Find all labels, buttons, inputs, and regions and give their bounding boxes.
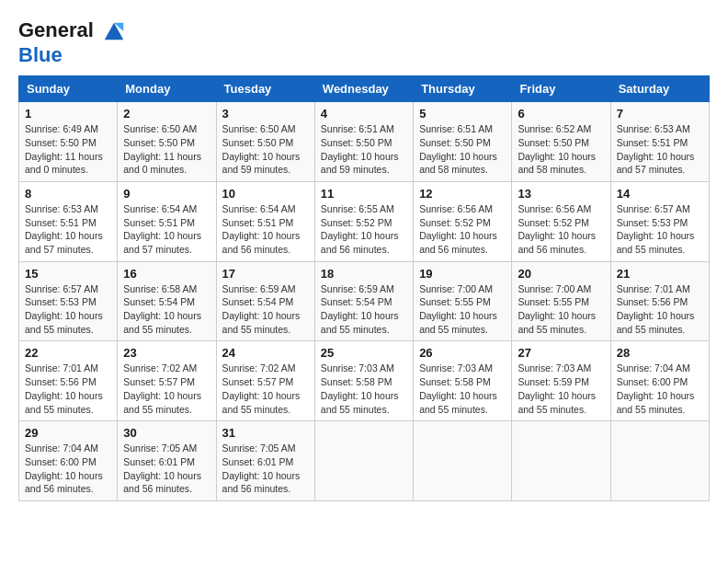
day-number: 10 bbox=[222, 187, 309, 201]
day-info: Sunrise: 6:50 AM Sunset: 5:50 PM Dayligh… bbox=[222, 122, 309, 177]
day-info: Sunrise: 6:54 AM Sunset: 5:51 PM Dayligh… bbox=[222, 202, 309, 257]
weekday-header-row: SundayMondayTuesdayWednesdayThursdayFrid… bbox=[19, 76, 710, 102]
calendar-day-cell: 25 Sunrise: 7:03 AM Sunset: 5:58 PM Dayl… bbox=[314, 341, 413, 421]
calendar-day-cell: 5 Sunrise: 6:51 AM Sunset: 5:50 PM Dayli… bbox=[414, 102, 512, 182]
calendar-day-cell bbox=[314, 421, 413, 501]
weekday-header: Tuesday bbox=[216, 76, 314, 102]
day-number: 23 bbox=[123, 346, 210, 360]
logo: General Blue bbox=[18, 18, 127, 66]
day-info: Sunrise: 6:53 AM Sunset: 5:51 PM Dayligh… bbox=[617, 122, 703, 177]
calendar-day-cell: 18 Sunrise: 6:59 AM Sunset: 5:54 PM Dayl… bbox=[314, 261, 413, 341]
day-number: 12 bbox=[419, 187, 506, 201]
day-info: Sunrise: 7:03 AM Sunset: 5:58 PM Dayligh… bbox=[419, 362, 506, 416]
day-number: 16 bbox=[123, 267, 210, 281]
day-number: 13 bbox=[518, 187, 604, 201]
weekday-header: Saturday bbox=[610, 76, 709, 102]
calendar-day-cell: 27 Sunrise: 7:03 AM Sunset: 5:59 PM Dayl… bbox=[512, 341, 610, 421]
day-info: Sunrise: 6:55 AM Sunset: 5:52 PM Dayligh… bbox=[321, 202, 407, 257]
day-info: Sunrise: 6:52 AM Sunset: 5:50 PM Dayligh… bbox=[518, 122, 604, 177]
day-number: 26 bbox=[419, 346, 506, 360]
calendar-week-row: 29 Sunrise: 7:04 AM Sunset: 6:00 PM Dayl… bbox=[19, 421, 710, 501]
day-info: Sunrise: 6:51 AM Sunset: 5:50 PM Dayligh… bbox=[321, 122, 407, 177]
calendar-body: 1 Sunrise: 6:49 AM Sunset: 5:50 PM Dayli… bbox=[19, 102, 710, 501]
day-info: Sunrise: 7:03 AM Sunset: 5:59 PM Dayligh… bbox=[518, 362, 604, 416]
day-info: Sunrise: 7:04 AM Sunset: 6:00 PM Dayligh… bbox=[25, 442, 111, 496]
day-info: Sunrise: 6:58 AM Sunset: 5:54 PM Dayligh… bbox=[123, 282, 210, 337]
day-number: 18 bbox=[321, 267, 407, 281]
day-info: Sunrise: 7:00 AM Sunset: 5:55 PM Dayligh… bbox=[419, 282, 506, 337]
calendar-day-cell: 21 Sunrise: 7:01 AM Sunset: 5:56 PM Dayl… bbox=[610, 261, 709, 341]
day-number: 20 bbox=[518, 267, 604, 281]
calendar-day-cell: 8 Sunrise: 6:53 AM Sunset: 5:51 PM Dayli… bbox=[19, 181, 118, 261]
calendar-day-cell: 16 Sunrise: 6:58 AM Sunset: 5:54 PM Dayl… bbox=[118, 261, 216, 341]
day-info: Sunrise: 6:57 AM Sunset: 5:53 PM Dayligh… bbox=[25, 282, 111, 337]
calendar-day-cell: 17 Sunrise: 6:59 AM Sunset: 5:54 PM Dayl… bbox=[216, 261, 314, 341]
day-info: Sunrise: 7:02 AM Sunset: 5:57 PM Dayligh… bbox=[123, 362, 210, 416]
logo-icon bbox=[101, 18, 127, 44]
day-number: 29 bbox=[25, 426, 111, 440]
weekday-header: Thursday bbox=[414, 76, 512, 102]
page-header: General Blue bbox=[18, 18, 710, 66]
calendar-day-cell: 13 Sunrise: 6:56 AM Sunset: 5:52 PM Dayl… bbox=[512, 181, 610, 261]
day-number: 28 bbox=[617, 346, 703, 360]
calendar-day-cell: 31 Sunrise: 7:05 AM Sunset: 6:01 PM Dayl… bbox=[216, 421, 314, 501]
logo-text: General bbox=[18, 18, 127, 44]
calendar-day-cell: 11 Sunrise: 6:55 AM Sunset: 5:52 PM Dayl… bbox=[314, 181, 413, 261]
day-info: Sunrise: 7:05 AM Sunset: 6:01 PM Dayligh… bbox=[123, 442, 210, 496]
day-number: 24 bbox=[222, 346, 309, 360]
day-info: Sunrise: 6:59 AM Sunset: 5:54 PM Dayligh… bbox=[222, 282, 309, 337]
calendar-header: SundayMondayTuesdayWednesdayThursdayFrid… bbox=[19, 76, 710, 102]
day-info: Sunrise: 6:54 AM Sunset: 5:51 PM Dayligh… bbox=[123, 202, 210, 257]
day-info: Sunrise: 7:04 AM Sunset: 6:00 PM Dayligh… bbox=[617, 362, 703, 416]
day-info: Sunrise: 7:02 AM Sunset: 5:57 PM Dayligh… bbox=[222, 362, 309, 416]
logo-blue: Blue bbox=[18, 44, 127, 66]
calendar-day-cell: 12 Sunrise: 6:56 AM Sunset: 5:52 PM Dayl… bbox=[414, 181, 512, 261]
day-info: Sunrise: 6:53 AM Sunset: 5:51 PM Dayligh… bbox=[25, 202, 111, 257]
day-number: 25 bbox=[321, 346, 407, 360]
calendar-day-cell: 23 Sunrise: 7:02 AM Sunset: 5:57 PM Dayl… bbox=[118, 341, 216, 421]
calendar-week-row: 15 Sunrise: 6:57 AM Sunset: 5:53 PM Dayl… bbox=[19, 261, 710, 341]
calendar-day-cell: 7 Sunrise: 6:53 AM Sunset: 5:51 PM Dayli… bbox=[610, 102, 709, 182]
day-number: 7 bbox=[617, 107, 703, 121]
calendar-week-row: 8 Sunrise: 6:53 AM Sunset: 5:51 PM Dayli… bbox=[19, 181, 710, 261]
day-number: 27 bbox=[518, 346, 604, 360]
calendar-day-cell: 3 Sunrise: 6:50 AM Sunset: 5:50 PM Dayli… bbox=[216, 102, 314, 182]
weekday-header: Wednesday bbox=[314, 76, 413, 102]
calendar-day-cell: 14 Sunrise: 6:57 AM Sunset: 5:53 PM Dayl… bbox=[610, 181, 709, 261]
day-info: Sunrise: 6:56 AM Sunset: 5:52 PM Dayligh… bbox=[518, 202, 604, 257]
calendar-day-cell: 20 Sunrise: 7:00 AM Sunset: 5:55 PM Dayl… bbox=[512, 261, 610, 341]
day-info: Sunrise: 6:56 AM Sunset: 5:52 PM Dayligh… bbox=[419, 202, 506, 257]
day-number: 21 bbox=[617, 267, 703, 281]
day-info: Sunrise: 6:59 AM Sunset: 5:54 PM Dayligh… bbox=[321, 282, 407, 337]
day-number: 14 bbox=[617, 187, 703, 201]
calendar-day-cell: 30 Sunrise: 7:05 AM Sunset: 6:01 PM Dayl… bbox=[118, 421, 216, 501]
calendar-day-cell: 26 Sunrise: 7:03 AM Sunset: 5:58 PM Dayl… bbox=[414, 341, 512, 421]
day-info: Sunrise: 7:01 AM Sunset: 5:56 PM Dayligh… bbox=[617, 282, 703, 337]
calendar-day-cell: 4 Sunrise: 6:51 AM Sunset: 5:50 PM Dayli… bbox=[314, 102, 413, 182]
calendar-day-cell: 1 Sunrise: 6:49 AM Sunset: 5:50 PM Dayli… bbox=[19, 102, 118, 182]
day-info: Sunrise: 6:50 AM Sunset: 5:50 PM Dayligh… bbox=[123, 122, 210, 177]
day-info: Sunrise: 7:00 AM Sunset: 5:55 PM Dayligh… bbox=[518, 282, 604, 337]
calendar-day-cell: 28 Sunrise: 7:04 AM Sunset: 6:00 PM Dayl… bbox=[610, 341, 709, 421]
calendar-week-row: 1 Sunrise: 6:49 AM Sunset: 5:50 PM Dayli… bbox=[19, 102, 710, 182]
calendar-day-cell bbox=[512, 421, 610, 501]
day-number: 4 bbox=[321, 107, 407, 121]
day-number: 6 bbox=[518, 107, 604, 121]
calendar-day-cell: 29 Sunrise: 7:04 AM Sunset: 6:00 PM Dayl… bbox=[19, 421, 118, 501]
day-info: Sunrise: 7:03 AM Sunset: 5:58 PM Dayligh… bbox=[321, 362, 407, 416]
calendar-day-cell bbox=[414, 421, 512, 501]
day-number: 11 bbox=[321, 187, 407, 201]
day-number: 3 bbox=[222, 107, 309, 121]
day-info: Sunrise: 6:49 AM Sunset: 5:50 PM Dayligh… bbox=[25, 122, 111, 177]
day-info: Sunrise: 7:05 AM Sunset: 6:01 PM Dayligh… bbox=[222, 442, 309, 496]
day-number: 9 bbox=[123, 187, 210, 201]
calendar-day-cell: 10 Sunrise: 6:54 AM Sunset: 5:51 PM Dayl… bbox=[216, 181, 314, 261]
calendar-day-cell: 2 Sunrise: 6:50 AM Sunset: 5:50 PM Dayli… bbox=[118, 102, 216, 182]
day-number: 30 bbox=[123, 426, 210, 440]
day-number: 19 bbox=[419, 267, 506, 281]
day-number: 22 bbox=[25, 346, 111, 360]
calendar-day-cell: 15 Sunrise: 6:57 AM Sunset: 5:53 PM Dayl… bbox=[19, 261, 118, 341]
weekday-header: Monday bbox=[118, 76, 216, 102]
weekday-header: Sunday bbox=[19, 76, 118, 102]
calendar-day-cell: 19 Sunrise: 7:00 AM Sunset: 5:55 PM Dayl… bbox=[414, 261, 512, 341]
